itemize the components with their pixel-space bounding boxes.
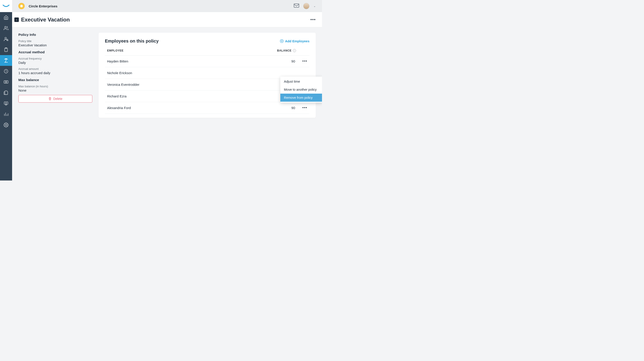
avatar[interactable] xyxy=(303,3,310,9)
svg-point-2 xyxy=(7,39,8,40)
svg-rect-11 xyxy=(294,4,299,7)
nav-clipboard[interactable] xyxy=(0,44,12,55)
employee-name: Veronica Eventrodder xyxy=(107,83,269,86)
table-row: Hayden Bitten 90 ••• xyxy=(105,55,310,67)
nav-search-person[interactable] xyxy=(0,33,12,44)
plus-circle-icon xyxy=(280,39,284,43)
dropdown-remove-policy[interactable]: Remove from policy xyxy=(280,94,322,102)
accrual-freq-label: Accrual frequency xyxy=(18,57,92,60)
max-balance-value: None xyxy=(18,88,92,92)
table-row: Veronica Eventrodder ••• xyxy=(105,79,310,90)
accrual-amount-value: 1 hours accrued daily xyxy=(18,71,92,75)
company-name: Circle Enterprises xyxy=(29,4,57,8)
max-balance-heading: Max balance xyxy=(18,78,92,82)
company-logo xyxy=(18,3,25,9)
nav-home[interactable] xyxy=(0,12,12,23)
employee-name: Alexandria Ford xyxy=(107,106,269,110)
row-more-button[interactable]: ••• xyxy=(296,105,307,110)
policy-info-heading: Policy Info xyxy=(18,33,92,37)
nav-settings[interactable] xyxy=(0,120,12,130)
delete-button[interactable]: Delete xyxy=(18,95,92,103)
page-title-bar: ‹ Executive Vacation ••• xyxy=(12,12,322,27)
sidebar xyxy=(0,0,12,180)
dropdown-adjust-time[interactable]: Adjust time xyxy=(280,77,322,85)
nav-documents[interactable] xyxy=(0,87,12,98)
policy-title-label: Policy title xyxy=(18,39,92,43)
nav-time[interactable] xyxy=(0,66,12,77)
employee-name: Hayden Bitten xyxy=(107,59,269,63)
accrual-freq-value: Daily xyxy=(18,61,92,64)
nav-money[interactable] xyxy=(0,77,12,87)
info-icon[interactable]: i xyxy=(293,49,296,52)
page-more-button[interactable]: ••• xyxy=(310,17,316,22)
svg-point-7 xyxy=(6,81,7,83)
svg-point-0 xyxy=(5,26,6,28)
topbar: Circle Enterprises ⌄ xyxy=(12,0,322,12)
row-actions-dropdown: Adjust time Move to another policy Remov… xyxy=(280,77,322,103)
dropdown-move-policy[interactable]: Move to another policy xyxy=(280,85,322,94)
accrual-amount-label: Accrual amount xyxy=(18,67,92,70)
employee-balance: 90 xyxy=(269,106,296,110)
delete-label: Delete xyxy=(53,97,62,100)
svg-rect-6 xyxy=(4,81,8,83)
back-button[interactable]: ‹ xyxy=(14,17,19,22)
table-row: Nichole Erickson ••• xyxy=(105,67,310,79)
nav-reports[interactable] xyxy=(0,109,12,120)
app-logo[interactable] xyxy=(0,0,12,12)
nav-people[interactable] xyxy=(0,23,12,33)
row-more-button[interactable]: ••• xyxy=(296,59,307,64)
page-title: Executive Vacation xyxy=(21,16,70,23)
chevron-down-icon[interactable]: ⌄ xyxy=(314,4,316,7)
content: Policy Info Policy title Executive Vacat… xyxy=(12,27,322,180)
employees-card: Employees on this policy Add Employees E… xyxy=(98,33,316,118)
max-balance-label: Max balance (in hours) xyxy=(18,85,92,88)
nav-certificate[interactable] xyxy=(0,98,12,109)
table-row: Alexandria Ford 90 ••• xyxy=(105,102,310,114)
policy-title-value: Executive Vacation xyxy=(18,43,92,47)
policy-info-column: Policy Info Policy title Executive Vacat… xyxy=(18,33,92,103)
accrual-method-heading: Accrual method xyxy=(18,50,92,54)
svg-point-9 xyxy=(6,103,6,103)
table-head: EMPLOYEE BALANCE i xyxy=(105,49,310,55)
nav-vacation[interactable] xyxy=(0,55,12,66)
trash-icon xyxy=(48,97,52,100)
add-employees-button[interactable]: Add Employees xyxy=(280,39,310,43)
employee-name: Nichole Erickson xyxy=(107,71,269,75)
svg-point-1 xyxy=(5,37,6,39)
employee-balance: 90 xyxy=(269,59,296,63)
svg-rect-8 xyxy=(4,102,8,104)
card-title: Employees on this policy xyxy=(105,38,159,44)
add-employees-label: Add Employees xyxy=(285,39,310,43)
col-balance: BALANCE i xyxy=(269,49,296,52)
employee-name: Richard Ezra xyxy=(107,94,269,98)
col-employee: EMPLOYEE xyxy=(107,49,269,52)
svg-point-10 xyxy=(6,124,7,126)
table-row: Richard Ezra ••• xyxy=(105,90,310,102)
mail-icon[interactable] xyxy=(294,3,299,8)
